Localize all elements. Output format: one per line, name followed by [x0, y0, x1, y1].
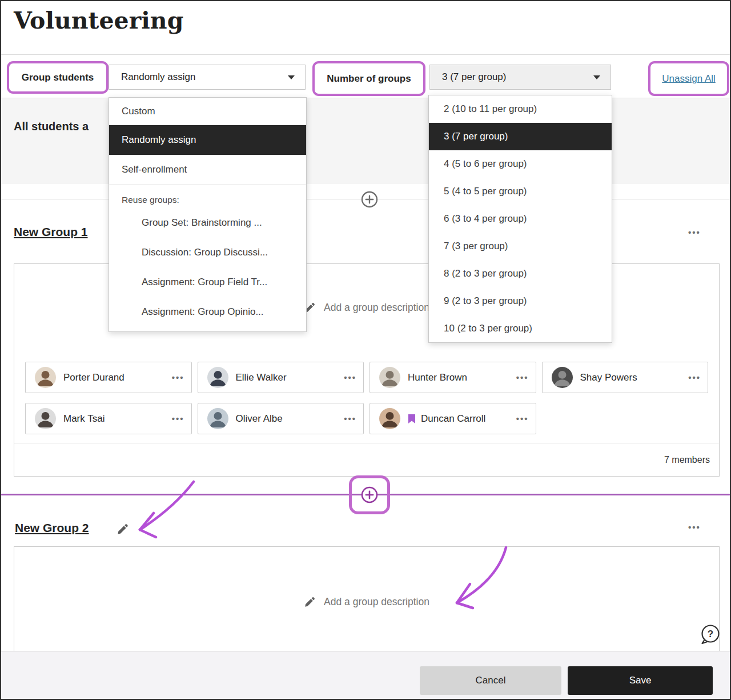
member-overflow-button[interactable]: ••• [344, 373, 356, 382]
member-card[interactable]: Hunter Brown ••• [369, 362, 536, 393]
group2-overflow-button[interactable]: ••• [688, 522, 701, 532]
menu-item-8-groups[interactable]: 8 (2 to 3 per group) [429, 260, 612, 287]
page: Volunteering Group students Randomly ass… [0, 0, 731, 700]
help-icon: ? [699, 623, 722, 646]
group2-description-placeholder: Add a group description [324, 596, 429, 608]
annotation-number-of-groups: Number of groups [312, 61, 425, 96]
svg-text:?: ? [708, 629, 713, 639]
menu-item-2-groups[interactable]: 2 (10 to 11 per group) [429, 95, 612, 123]
page-header: Volunteering [1, 1, 730, 55]
bookmark-icon [408, 414, 416, 424]
menu-item-9-groups[interactable]: 9 (2 to 3 per group) [429, 287, 612, 315]
group2-box: Add a group description [14, 546, 720, 651]
avatar [35, 408, 56, 429]
group2-name-link[interactable]: New Group 2 [15, 521, 89, 535]
page-title: Volunteering [14, 7, 183, 34]
member-name: Shay Powers [580, 372, 681, 383]
menu-item-reuse-assignment-2[interactable]: Assignment: Group Opinio... [109, 297, 306, 327]
member-name: Oliver Albe [236, 413, 337, 425]
avatar [379, 408, 400, 429]
menu-item-custom[interactable]: Custom [109, 98, 306, 125]
number-of-groups-menu: 2 (10 to 11 per group) 3 (7 per group) 4… [428, 95, 612, 343]
member-card[interactable]: Shay Powers ••• [542, 362, 709, 393]
member-card[interactable]: Porter Durand ••• [25, 362, 192, 393]
group1-member-grid: Porter Durand ••• Ellie Walker ••• Hunte… [14, 351, 719, 434]
member-overflow-button[interactable]: ••• [516, 414, 529, 423]
member-name: Mark Tsai [63, 413, 164, 425]
unassign-all-link[interactable]: Unassign All [662, 73, 716, 85]
member-card[interactable]: Duncan Carroll ••• [369, 403, 536, 434]
member-overflow-button[interactable]: ••• [172, 373, 184, 382]
group-students-select[interactable]: Randomly assign [109, 65, 306, 90]
menu-item-randomly-assign[interactable]: Randomly assign [109, 125, 306, 155]
menu-item-5-groups[interactable]: 5 (4 to 5 per group) [429, 178, 612, 205]
group2-description-field[interactable]: Add a group description [14, 547, 719, 651]
arrow-to-group-name-pencil [140, 482, 194, 537]
member-name: Ellie Walker [236, 372, 337, 383]
menu-item-reuse-assignment-1[interactable]: Assignment: Group Field Tr... [109, 267, 306, 297]
number-of-groups-select[interactable]: 3 (7 per group) [429, 65, 611, 90]
member-overflow-button[interactable]: ••• [688, 373, 701, 382]
group1-footer: 7 members [14, 443, 719, 476]
member-name: Porter Durand [63, 372, 164, 383]
menu-item-self-enrollment[interactable]: Self-enrollment [109, 155, 306, 185]
member-count: 7 members [664, 455, 710, 465]
menu-item-6-groups[interactable]: 6 (3 to 4 per group) [429, 205, 612, 233]
annotation-unassign-all: Unassign All [648, 61, 729, 96]
number-of-groups-value: 3 (7 per group) [442, 71, 506, 83]
number-of-groups-label: Number of groups [327, 73, 411, 85]
member-overflow-button[interactable]: ••• [516, 373, 529, 382]
reuse-groups-heading: Reuse groups: [109, 185, 306, 208]
member-card[interactable]: Oliver Albe ••• [198, 403, 364, 434]
group-students-label: Group students [22, 72, 94, 83]
member-card[interactable]: Mark Tsai ••• [25, 403, 192, 434]
menu-item-reuse-group-set[interactable]: Group Set: Brainstorming ... [109, 208, 306, 238]
circle-plus-icon [360, 190, 379, 209]
group1-overflow-button[interactable]: ••• [688, 227, 701, 237]
menu-item-7-groups[interactable]: 7 (3 per group) [429, 233, 612, 260]
avatar [35, 367, 56, 388]
menu-item-3-groups[interactable]: 3 (7 per group) [429, 123, 612, 150]
group-students-menu: Custom Randomly assign Self-enrollment R… [109, 97, 307, 332]
pencil-icon [304, 596, 316, 608]
member-name: Duncan Carroll [421, 413, 509, 425]
students-banner-text: All students a [14, 120, 89, 133]
toolbar: Group students Randomly assign Number of… [1, 55, 730, 98]
menu-item-reuse-discussion[interactable]: Discussion: Group Discussi... [109, 238, 306, 267]
avatar [207, 408, 228, 429]
member-name: Hunter Brown [408, 372, 509, 383]
menu-item-10-groups[interactable]: 10 (2 to 3 per group) [429, 315, 612, 342]
group1-description-placeholder: Add a group description [324, 302, 429, 314]
menu-item-4-groups[interactable]: 4 (5 to 6 per group) [429, 150, 612, 178]
circle-plus-icon [360, 486, 379, 504]
group1-name-link[interactable]: New Group 1 [14, 225, 88, 239]
help-button[interactable]: ? [699, 623, 722, 646]
add-group-button-middle[interactable] [360, 486, 379, 504]
member-overflow-button[interactable]: ••• [172, 414, 184, 423]
cancel-button[interactable]: Cancel [420, 666, 561, 695]
add-group-button-top[interactable] [360, 190, 379, 209]
member-card[interactable]: Ellie Walker ••• [198, 362, 364, 393]
chevron-down-icon [593, 75, 600, 79]
avatar [379, 367, 400, 388]
annotation-group-students: Group students [7, 61, 109, 94]
edit-group-name-pencil-icon[interactable] [117, 523, 129, 535]
group-students-value: Randomly assign [121, 71, 195, 83]
save-button[interactable]: Save [568, 666, 713, 695]
chevron-down-icon [288, 75, 295, 79]
avatar [552, 367, 573, 388]
footer-bar: Cancel Save [1, 651, 730, 700]
member-overflow-button[interactable]: ••• [344, 414, 356, 423]
avatar [207, 367, 228, 388]
